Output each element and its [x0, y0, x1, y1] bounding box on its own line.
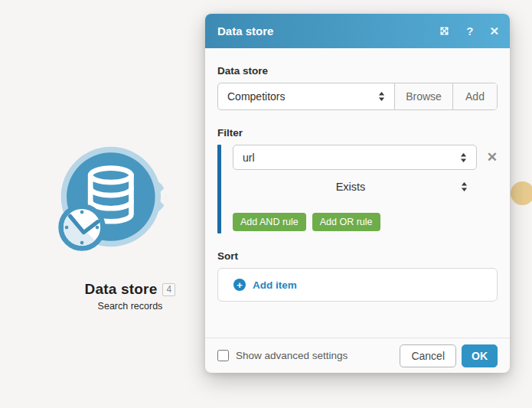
close-icon[interactable]: ✕ [489, 25, 499, 37]
add-item-label: Add item [253, 279, 297, 291]
filter-operator-select[interactable]: Exists [233, 175, 475, 198]
clock-icon [61, 207, 103, 249]
modal-footer: Show advanced settings Cancel OK [205, 338, 510, 373]
advanced-settings-label: Show advanced settings [236, 350, 348, 361]
browse-button[interactable]: Browse [394, 83, 452, 109]
add-datastore-button[interactable]: Add [452, 83, 497, 109]
module-subtitle: Search records [54, 301, 207, 312]
add-and-rule-button[interactable]: Add AND rule [233, 213, 306, 231]
remove-filter-icon[interactable]: ✕ [487, 151, 498, 164]
filter-label: Filter [217, 127, 498, 139]
filter-field-select[interactable]: url [233, 145, 477, 170]
advanced-settings-toggle[interactable]: Show advanced settings [217, 350, 348, 361]
plus-icon: + [233, 279, 246, 291]
module-title: Data store [85, 281, 158, 298]
datastore-settings-modal: Data store ? ✕ Data store Competitors [205, 14, 510, 373]
cancel-button[interactable]: Cancel [400, 344, 456, 367]
modal-body: Data store Competitors Browse Add Filter… [205, 48, 510, 338]
ok-button[interactable]: OK [462, 344, 498, 367]
select-updown-icon [460, 153, 467, 162]
add-or-rule-button[interactable]: Add OR rule [312, 213, 380, 231]
datastore-module-icon [54, 122, 207, 276]
modal-header: Data store ? ✕ [205, 14, 510, 48]
filter-block: url ✕ Exists Add AND rule Add OR rule [217, 145, 498, 233]
filter-accent-bar [217, 145, 221, 233]
datastore-input-group: Competitors Browse Add [217, 83, 498, 110]
module-count-badge: 4 [162, 283, 175, 296]
expand-icon[interactable] [439, 25, 450, 37]
datastore-module[interactable]: Data store 4 Search records [54, 122, 207, 312]
modal-title: Data store [217, 24, 439, 38]
sort-label: Sort [217, 250, 498, 262]
select-updown-icon [461, 182, 468, 191]
datastore-select[interactable]: Competitors [218, 83, 394, 109]
datastore-field-label: Data store [217, 65, 498, 77]
connection-dot[interactable] [511, 181, 532, 205]
help-icon[interactable]: ? [466, 25, 473, 37]
select-updown-icon [378, 92, 385, 101]
advanced-settings-checkbox[interactable] [217, 350, 229, 361]
sort-add-item-button[interactable]: + Add item [217, 268, 498, 302]
